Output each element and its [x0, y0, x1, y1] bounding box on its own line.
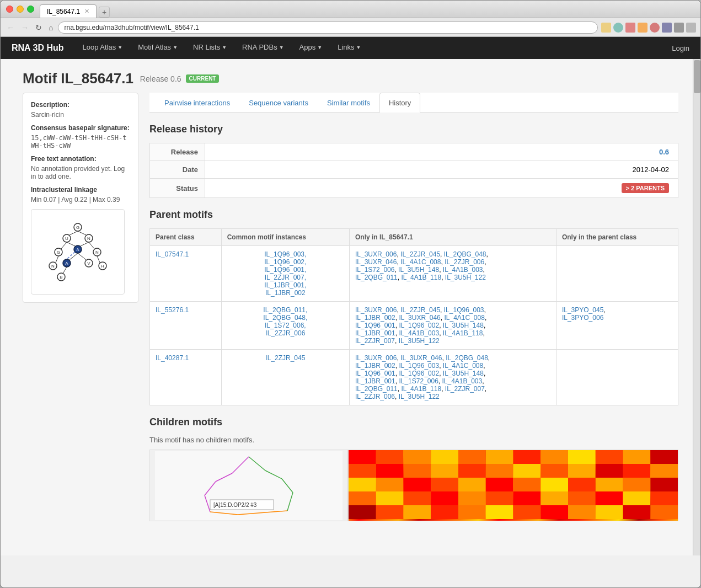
common-link[interactable]: IL_2ZJR_006 [265, 329, 305, 337]
nav-motif-atlas[interactable]: Motif Atlas ▼ [136, 37, 180, 59]
only-il-link[interactable]: IL_1Q96_003 [444, 306, 484, 314]
only-il-link[interactable]: IL_1S72_006 [399, 377, 438, 385]
only-il-link[interactable]: IL_1JBR_002 [355, 314, 395, 322]
only-il-link[interactable]: IL_2ZJR_045 [400, 306, 440, 314]
only-il-link[interactable]: IL_3UXR_006 [355, 306, 397, 314]
star-icon[interactable] [601, 23, 611, 33]
tab-pairwise[interactable]: Pairwise interactions [155, 93, 239, 113]
col-common: Common motif instances [221, 229, 349, 246]
forward-button[interactable]: → [19, 23, 30, 32]
release-link[interactable]: 0.6 [659, 148, 669, 156]
only-il-link[interactable]: IL_3UXR_046 [399, 314, 440, 322]
common-link[interactable]: IL_2QBG_048, [263, 314, 307, 322]
common-link[interactable]: IL_2ZJR_045 [265, 354, 305, 362]
ext-icon-7[interactable] [686, 23, 696, 33]
nav-links[interactable]: Links ▼ [335, 37, 363, 59]
common-link[interactable]: IL_1JBR_001, [264, 281, 306, 289]
only-il-link[interactable]: IL_1Q96_001 [355, 370, 395, 377]
common-link[interactable]: IL_1Q96_003, [264, 250, 306, 258]
only-il-link[interactable]: IL_4A1B_003 [443, 266, 483, 274]
ext-icon-5[interactable] [662, 23, 672, 33]
app-navbar: RNA 3D Hub Loop Atlas ▼ Motif Atlas ▼ NR… [1, 37, 700, 59]
only-il-link[interactable]: IL_3UXR_046 [355, 258, 397, 266]
common-link[interactable]: IL_2ZJR_007, [265, 274, 306, 281]
only-il-link[interactable]: IL_1JBR_001 [355, 329, 395, 337]
tab-sequence[interactable]: Sequence variants [239, 93, 318, 113]
ext-icon-1[interactable] [613, 23, 623, 33]
parent-only-link[interactable]: IL_3PYO_006 [562, 314, 603, 322]
only-il-link[interactable]: IL_3UXR_006 [355, 354, 397, 362]
svg-rect-73 [431, 478, 458, 491]
ext-icon-2[interactable] [625, 23, 635, 33]
only-il-link[interactable]: IL_1Q96_002 [399, 322, 439, 329]
only-il-link[interactable]: IL_1Q96_001 [355, 322, 395, 329]
close-button[interactable] [6, 6, 13, 13]
nav-apps[interactable]: Apps ▼ [297, 37, 325, 59]
common-link[interactable]: IL_1Q96_001, [264, 266, 306, 274]
parent-only-link[interactable]: IL_3PYO_045 [562, 306, 603, 314]
ext-icon-6[interactable] [674, 23, 684, 33]
scrollbar-thumb[interactable] [694, 60, 700, 93]
only-il-link[interactable]: IL_3U5H_148 [443, 370, 484, 377]
only-il-link[interactable]: IL_4A1B_003 [442, 377, 482, 385]
only-il-link[interactable]: IL_4A1C_008 [400, 258, 441, 266]
tab-history[interactable]: History [379, 93, 420, 113]
new-tab-button[interactable]: + [99, 7, 110, 18]
common-link[interactable]: IL_1S72_006, [265, 322, 306, 329]
only-il-link[interactable]: IL_1JBR_002 [355, 362, 395, 370]
only-il-link[interactable]: IL_3U5H_122 [399, 337, 440, 345]
only-il-link[interactable]: IL_2ZJR_006 [445, 258, 484, 266]
only-il-link[interactable]: IL_4A1C_008 [443, 362, 483, 370]
only-il-link[interactable]: IL_2QBG_048 [444, 250, 486, 258]
parent-class-link-1[interactable]: IL_07547.1 [156, 250, 189, 258]
reload-button[interactable]: ↻ [34, 23, 44, 32]
common-link[interactable]: IL_1JBR_002 [265, 289, 306, 297]
only-il-link[interactable]: IL_2ZJR_006 [355, 393, 395, 400]
only-il-link[interactable]: IL_4A1B_003 [399, 329, 439, 337]
ext-icon-3[interactable] [638, 23, 648, 33]
minimize-button[interactable] [17, 6, 24, 13]
col-only-parent: Only in the parent class [556, 229, 678, 246]
back-button[interactable]: ← [5, 23, 16, 32]
only-il-link[interactable]: IL_3U5H_122 [445, 274, 486, 281]
only-il-link[interactable]: IL_4A1B_118 [443, 329, 483, 337]
home-button[interactable]: ⌂ [47, 23, 55, 32]
only-il-link[interactable]: IL_2QBG_011 [355, 274, 398, 281]
page-content: Motif IL_85647.1 Release 0.6 CURRENT Des… [1, 59, 700, 555]
tab-close-icon[interactable]: ✕ [84, 8, 89, 15]
only-il-link[interactable]: IL_2ZJR_007 [445, 385, 485, 393]
browser-tab[interactable]: IL_85647.1 ✕ [40, 4, 97, 18]
only-il-link[interactable]: IL_3UXR_046 [400, 354, 442, 362]
url-input[interactable] [58, 22, 598, 34]
ext-icon-4[interactable] [650, 23, 660, 33]
maximize-button[interactable] [27, 6, 34, 13]
only-il-link[interactable]: IL_2QBG_048 [446, 354, 488, 362]
only-il-link[interactable]: IL_1S72_006 [355, 266, 394, 274]
nav-rna-pdbs[interactable]: RNA PDBs ▼ [240, 37, 286, 59]
only-il-link[interactable]: IL_4A1C_008 [444, 314, 484, 322]
only-il-link[interactable]: IL_3U5H_148 [443, 322, 484, 329]
only-il-link[interactable]: IL_3U5H_122 [399, 393, 440, 400]
only-il-link[interactable]: IL_2QBG_011 [355, 385, 398, 393]
only-il-link[interactable]: IL_3U5H_148 [398, 266, 439, 274]
only-il-link[interactable]: IL_1JBR_001 [355, 377, 395, 385]
only-il-link[interactable]: IL_1Q96_002 [399, 370, 439, 377]
parent-class-link-2[interactable]: IL_55276.1 [156, 306, 189, 314]
common-link[interactable]: IL_2QBG_011, [263, 306, 307, 314]
only-il-link[interactable]: IL_2ZJR_007 [355, 337, 395, 345]
common-link[interactable]: IL_1Q96_002, [264, 258, 306, 266]
only-il-link[interactable]: IL_2ZJR_045 [400, 250, 440, 258]
login-link[interactable]: Login [672, 44, 689, 52]
tab-similar[interactable]: Similar motifs [318, 93, 379, 113]
only-il-link[interactable]: IL_1Q96_003 [399, 362, 439, 370]
release-value-cell: 0.6 [205, 143, 678, 161]
only-il-link[interactable]: IL_3UXR_006 [355, 250, 397, 258]
nav-loop-atlas[interactable]: Loop Atlas ▼ [81, 37, 125, 59]
scrollbar[interactable] [693, 59, 700, 555]
nav-nr-lists[interactable]: NR Lists ▼ [191, 37, 229, 59]
only-il-link[interactable]: IL_4A1B_118 [401, 385, 441, 393]
only-il-link[interactable]: IL_4A1B_118 [401, 274, 441, 281]
nr-lists-arrow-icon: ▼ [222, 45, 227, 50]
parent-class-link-3[interactable]: IL_40287.1 [156, 354, 189, 362]
svg-rect-98 [458, 505, 486, 519]
